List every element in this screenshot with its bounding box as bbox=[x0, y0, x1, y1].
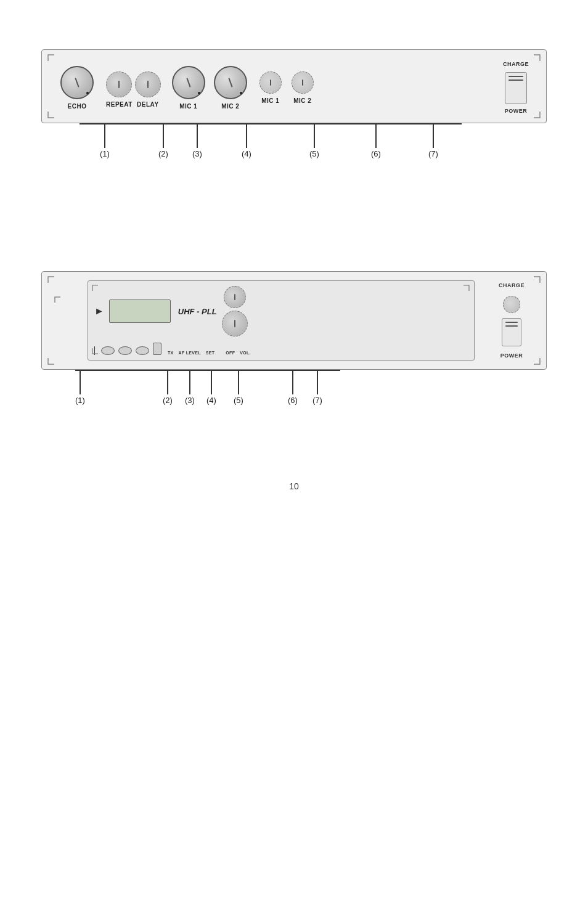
echo-knob-group: ECHO bbox=[60, 66, 94, 110]
corner-bl-icon bbox=[47, 110, 55, 119]
panel1-power-area: CHARGE POWER bbox=[503, 61, 529, 114]
mic2b-knob[interactable] bbox=[292, 71, 314, 94]
callout-6-vline bbox=[375, 123, 377, 148]
mic2-knob-group: MIC 2 bbox=[214, 66, 247, 110]
p2-power-label: POWER bbox=[500, 353, 523, 359]
mic1b-label: MIC 1 bbox=[261, 97, 279, 104]
corner-tl-icon bbox=[47, 54, 55, 62]
charge-label: CHARGE bbox=[503, 61, 529, 67]
p2-callout-6-label: (6) bbox=[288, 396, 298, 405]
switch-line-1 bbox=[508, 76, 523, 77]
panel1-callouts: (1) (2) (3) (4) (5) bbox=[41, 123, 547, 185]
p2-bottom-labels: TX AF LEVEL SET OFF VOL. bbox=[168, 351, 251, 355]
p2-switch-line-1 bbox=[505, 322, 518, 323]
p2-callout-3-vline bbox=[189, 370, 190, 394]
panel2-section: ► UHF - PLL bbox=[41, 271, 547, 431]
callout-4-label: (4) bbox=[242, 149, 251, 158]
callout-hline bbox=[80, 123, 462, 124]
panel1-controls: ECHO REPEAT DELAY bbox=[54, 66, 493, 110]
callout-7-vline bbox=[433, 123, 434, 148]
off-label: OFF bbox=[226, 351, 235, 355]
callout-1-vline bbox=[104, 123, 105, 148]
panel2-main-area: ► UHF - PLL bbox=[88, 280, 475, 361]
delay-knob-group: DELAY bbox=[135, 71, 161, 108]
p2-knob-bottom[interactable] bbox=[222, 311, 248, 336]
panel2-callouts: (1) (2) (3) (4) (5) bbox=[41, 370, 547, 431]
p2-knob-top[interactable] bbox=[224, 286, 246, 308]
p2-callout-1: (1) bbox=[75, 370, 85, 405]
callout-1: (1) bbox=[100, 123, 110, 158]
p2-mini-switch[interactable] bbox=[153, 343, 161, 355]
panel2-box: ► UHF - PLL bbox=[41, 271, 547, 370]
p2-callout-7: (7) bbox=[312, 370, 322, 405]
mic2-notch bbox=[228, 78, 232, 88]
mic1-knob[interactable] bbox=[172, 66, 205, 99]
p2-inner-corner-tl-icon bbox=[54, 295, 62, 306]
mic2b-label: MIC 2 bbox=[293, 97, 311, 104]
callout-5-vline bbox=[314, 123, 315, 148]
p2-btn-3[interactable] bbox=[136, 346, 149, 355]
mic2-label: MIC 2 bbox=[221, 103, 239, 110]
callout-5: (5) bbox=[309, 123, 319, 158]
delay-label: DELAY bbox=[137, 101, 158, 108]
p2-btn-1[interactable] bbox=[101, 346, 115, 355]
mic1b-knob-group: MIC 1 bbox=[259, 71, 282, 104]
p2-callout-3: (3) bbox=[185, 370, 195, 405]
mic1-notch bbox=[186, 78, 190, 88]
callout-6-label: (6) bbox=[371, 149, 381, 158]
mic1-knob-group: MIC 1 bbox=[172, 66, 205, 110]
lcd-display bbox=[109, 300, 171, 323]
p2-callout-4: (4) bbox=[206, 370, 216, 405]
p2-callout-7-label: (7) bbox=[312, 396, 322, 405]
repeat-label: REPEAT bbox=[106, 101, 133, 108]
p2-knob-top-notch bbox=[234, 294, 235, 300]
mic1b-knob[interactable] bbox=[259, 71, 282, 94]
delay-knob[interactable] bbox=[135, 71, 161, 97]
p2-callout-4-vline bbox=[211, 370, 212, 394]
p2-callout-2-label: (2) bbox=[163, 396, 173, 405]
p2-callout-5: (5) bbox=[234, 370, 243, 405]
p2-charge-label: CHARGE bbox=[499, 282, 525, 288]
echo-label: ECHO bbox=[68, 103, 87, 110]
p2-callout-1-label: (1) bbox=[75, 396, 85, 405]
repeat-delay-group: REPEAT DELAY bbox=[106, 71, 161, 108]
panel2-knobs-right bbox=[222, 286, 248, 336]
mic2b-knob-group: MIC 2 bbox=[292, 71, 314, 104]
switch-line-2 bbox=[508, 79, 523, 81]
mic2b-notch bbox=[302, 79, 303, 86]
mic2-knob[interactable] bbox=[214, 66, 247, 99]
echo-knob[interactable] bbox=[60, 66, 94, 99]
p2-callout-6: (6) bbox=[288, 370, 298, 405]
arrow-indicator-icon: ► bbox=[94, 306, 104, 317]
p2-btn-2[interactable] bbox=[118, 346, 132, 355]
callout-2: (2) bbox=[158, 123, 168, 158]
callout-5-label: (5) bbox=[309, 149, 319, 158]
panel2-top-row: ► UHF - PLL bbox=[94, 286, 468, 336]
p2-callout-6-vline bbox=[292, 370, 293, 394]
callout-3-label: (3) bbox=[192, 149, 202, 158]
p2-callout-2-vline bbox=[167, 370, 168, 394]
p2-power-switch[interactable] bbox=[502, 318, 521, 346]
callout-4-vline bbox=[246, 123, 247, 148]
p2-corner-br-icon bbox=[533, 357, 541, 365]
callout-2-vline bbox=[163, 123, 164, 148]
mic1b-notch bbox=[270, 79, 271, 86]
page-number-container: 10 bbox=[289, 481, 299, 492]
af-level-label: AF LEVEL bbox=[179, 351, 201, 355]
p2-corner-tl-icon bbox=[47, 275, 55, 284]
p2-inner-tr-icon bbox=[463, 283, 470, 295]
p2-callout-7-vline bbox=[317, 370, 318, 394]
p2-inner-bl-icon bbox=[92, 346, 99, 357]
page-number: 10 bbox=[289, 481, 299, 491]
p2-corner-bl-icon bbox=[47, 357, 55, 365]
repeat-knob[interactable] bbox=[106, 71, 132, 97]
p2-callout-2: (2) bbox=[163, 370, 173, 405]
mic1-label: MIC 1 bbox=[179, 103, 197, 110]
panel2-bottom-row: TX AF LEVEL SET OFF VOL. bbox=[94, 343, 468, 355]
set-label: SET bbox=[206, 351, 215, 355]
power-switch[interactable] bbox=[505, 72, 527, 104]
panel2-right-area: CHARGE POWER bbox=[487, 282, 536, 359]
p2-charge-knob[interactable] bbox=[503, 296, 520, 313]
p2-callout-5-vline bbox=[238, 370, 239, 394]
repeat-notch bbox=[118, 81, 120, 88]
